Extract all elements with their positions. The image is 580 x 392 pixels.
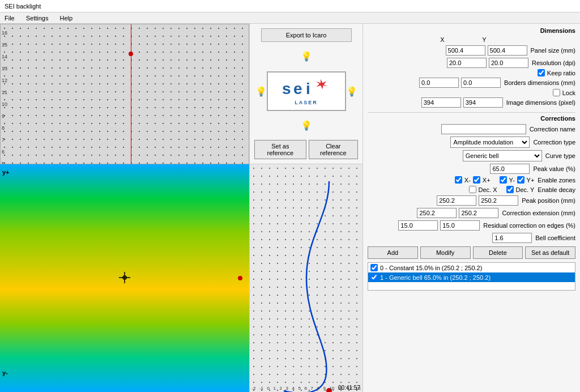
svg-marker-6 bbox=[315, 79, 327, 89]
image-dims-label: Image dimensions (pixel) bbox=[506, 99, 575, 106]
grid-y-numbers: 16 15 14 13 12 11 10 9 8 7 6 5 4 3 2 1 bbox=[2, 30, 7, 164]
dimensions-header: Dimensions bbox=[368, 27, 575, 34]
modify-button[interactable]: Modify bbox=[420, 246, 471, 259]
bell-coeff-label: Bell coefficient bbox=[535, 235, 575, 241]
borders-x[interactable] bbox=[419, 78, 459, 88]
x-col-header: X bbox=[423, 36, 462, 43]
residual-inputs bbox=[398, 220, 480, 231]
correction-list: 0 - Constant 15.0% in (250.2 ; 250.2) 1 … bbox=[368, 262, 575, 291]
residual-x[interactable] bbox=[398, 220, 438, 231]
correction-type-label: Correction type bbox=[533, 139, 575, 146]
y-col-header: Y bbox=[464, 36, 504, 43]
menu-settings[interactable]: Settings bbox=[24, 14, 51, 23]
peak-value-row: Peak value (%) bbox=[368, 164, 575, 174]
correction-item-1[interactable]: 1 - Generic bell 65.0% in (250.2 ; 250.2… bbox=[368, 272, 575, 282]
menu-help[interactable]: Help bbox=[57, 14, 75, 23]
enable-decay-row: Dec. X Dec. Y Enable decay bbox=[368, 186, 575, 193]
bottom-bulb-icon: 💡 bbox=[301, 120, 312, 131]
x-minus-checkbox[interactable] bbox=[455, 176, 462, 184]
peak-pos-x[interactable] bbox=[437, 195, 476, 206]
add-button[interactable]: Add bbox=[368, 246, 418, 259]
color-gradient: y+ y- bbox=[0, 164, 249, 392]
enable-zones-row: X- X+ Y- Y+ Enable zones bbox=[368, 176, 575, 184]
correction-type-select[interactable]: Amplitude modulation bbox=[450, 137, 530, 148]
correction-item-0-checkbox[interactable] bbox=[370, 264, 378, 271]
dot-grid: 16 15 14 13 12 11 10 9 8 7 6 5 4 3 2 1 bbox=[1, 24, 249, 164]
bell-coeff-input[interactable] bbox=[492, 233, 532, 243]
window-title: SEI backlight bbox=[5, 3, 41, 10]
borders-label: Borders dimensions (mm) bbox=[504, 79, 575, 86]
x-plus-cb-label: X+ bbox=[483, 177, 491, 184]
panel-size-row: Panel size (mm) bbox=[368, 45, 575, 56]
lock-row: Lock bbox=[368, 89, 575, 96]
peak-pos-y[interactable] bbox=[479, 195, 518, 206]
x-plus-checkbox[interactable] bbox=[473, 176, 480, 184]
borders-y[interactable] bbox=[461, 78, 501, 88]
correction-name-row: Correction name bbox=[368, 124, 575, 134]
resolution-inputs bbox=[447, 58, 528, 68]
panel-size-label: Panel size (mm) bbox=[531, 47, 575, 54]
correction-name-input[interactable] bbox=[441, 124, 526, 134]
left-panel: 16 15 14 13 12 11 10 9 8 7 6 5 4 3 2 1 bbox=[0, 24, 249, 392]
clear-reference-button[interactable]: Clear reference bbox=[309, 140, 358, 159]
export-button[interactable]: Export to Icaro bbox=[261, 28, 352, 42]
borders-inputs bbox=[419, 78, 501, 88]
curve-type-label: Curve type bbox=[545, 152, 575, 159]
set-reference-button[interactable]: Set as reference bbox=[254, 140, 306, 159]
dimensions-section: Dimensions X Y Panel size (mm) bbox=[368, 27, 575, 108]
y-minus-cb-label: Y- bbox=[509, 177, 515, 184]
menu-file[interactable]: File bbox=[2, 14, 17, 23]
crosshair-dot bbox=[129, 52, 133, 56]
peak-value-input[interactable] bbox=[490, 164, 530, 174]
residual-y[interactable] bbox=[440, 220, 480, 231]
resolution-x[interactable] bbox=[447, 58, 487, 68]
main-content: 16 15 14 13 12 11 10 9 8 7 6 5 4 3 2 1 bbox=[0, 24, 580, 392]
peak-position-label: Peak position (mm) bbox=[522, 197, 575, 204]
lock-label: Lock bbox=[562, 90, 575, 96]
center-panel: Export to Icaro 💡 💡 s e i bbox=[249, 24, 362, 392]
corr-ext-y[interactable] bbox=[459, 208, 498, 218]
left-bulb-icon: 💡 bbox=[255, 86, 267, 96]
dec-x-label: Dec. X bbox=[479, 186, 497, 193]
peak-position-row: Peak position (mm) bbox=[368, 195, 575, 206]
map-red-dot bbox=[238, 276, 242, 280]
curve-type-select[interactable]: Generic bell bbox=[463, 150, 542, 161]
svg-text:e: e bbox=[293, 80, 302, 97]
title-bar: SEI backlight bbox=[0, 0, 580, 12]
svg-text:s: s bbox=[282, 80, 291, 97]
keep-ratio-checkbox[interactable] bbox=[538, 69, 545, 76]
corrections-header: Corrections bbox=[368, 115, 575, 122]
curve-type-row: Generic bell Curve type bbox=[368, 150, 575, 161]
peak-value-label: Peak value (%) bbox=[533, 165, 575, 172]
dec-y-label: Dec. Y bbox=[516, 186, 535, 193]
crosshair-vertical bbox=[131, 24, 131, 164]
y-plus-cb-label: Y+ bbox=[527, 177, 535, 184]
panel-size-x[interactable] bbox=[446, 45, 485, 56]
center-top: Export to Icaro 💡 💡 s e i bbox=[250, 24, 362, 164]
corr-ext-inputs bbox=[417, 208, 498, 218]
curve-svg bbox=[250, 164, 362, 392]
dec-x-checkbox[interactable] bbox=[469, 186, 476, 193]
y-minus-checkbox[interactable] bbox=[500, 176, 507, 184]
y-plus-checkbox[interactable] bbox=[517, 176, 524, 184]
lock-checkbox[interactable] bbox=[553, 89, 560, 96]
dec-y-checkbox[interactable] bbox=[506, 186, 514, 193]
delete-button[interactable]: Delete bbox=[473, 246, 523, 259]
borders-row: Borders dimensions (mm) bbox=[368, 78, 575, 88]
right-bulb-icon: 💡 bbox=[346, 86, 357, 96]
default-button[interactable]: Set as default bbox=[525, 246, 575, 259]
correction-item-1-checkbox[interactable] bbox=[370, 274, 378, 281]
image-dim-y[interactable] bbox=[463, 97, 503, 108]
ref-buttons: Set as reference Clear reference bbox=[254, 140, 358, 159]
corr-ext-x[interactable] bbox=[417, 208, 457, 218]
correction-name-label: Correction name bbox=[530, 126, 575, 133]
center-crosshair bbox=[119, 272, 130, 284]
panel-size-y[interactable] bbox=[488, 45, 527, 56]
residual-row: Residual correction on edges (%) bbox=[368, 220, 575, 231]
correction-item-0[interactable]: 0 - Constant 15.0% in (250.2 ; 250.2) bbox=[368, 263, 575, 272]
image-dim-x[interactable] bbox=[421, 97, 461, 108]
corr-extension-row: Correction extension (mm) bbox=[368, 208, 575, 218]
bell-coeff-row: Bell coefficient bbox=[368, 233, 575, 243]
correction-item-1-label: 1 - Generic bell 65.0% in (250.2 ; 250.2… bbox=[380, 274, 491, 281]
resolution-y[interactable] bbox=[489, 58, 528, 68]
